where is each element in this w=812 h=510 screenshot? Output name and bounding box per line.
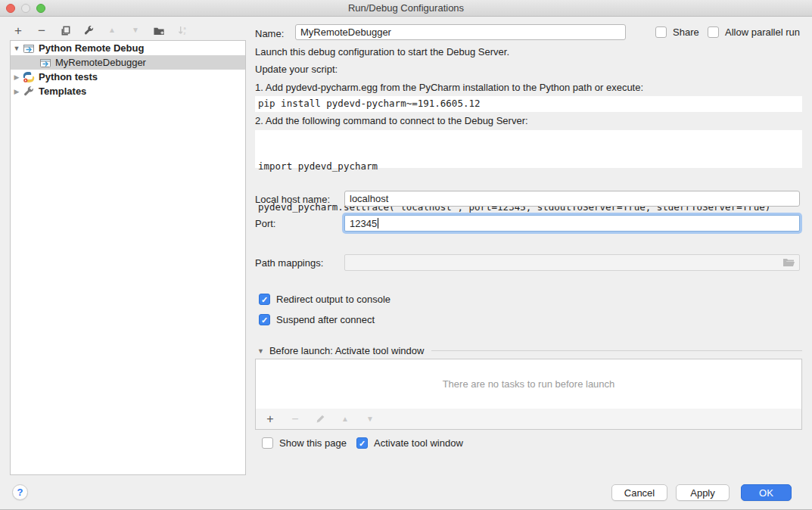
show-this-page-checkbox[interactable] <box>262 437 273 449</box>
tree-item-label: Python Remote Debug <box>39 42 144 54</box>
name-label: Name: <box>255 28 284 39</box>
redirect-output-option: Redirect output to console <box>259 294 390 305</box>
configurations-tree: ▼ Python Remote Debug MyRemoteDebugger ▶… <box>10 40 246 475</box>
collapse-arrow-icon[interactable]: ▶ <box>11 73 23 81</box>
copy-icon[interactable] <box>58 23 72 37</box>
instruction-line-2: Update your script: <box>255 64 338 75</box>
code-line-import: import pydevd_pycharm <box>258 160 799 173</box>
tree-item-label: Python tests <box>39 71 98 82</box>
path-mappings-label: Path mappings: <box>255 257 323 269</box>
move-task-up-icon[interactable]: ▲ <box>338 412 352 426</box>
show-this-page-label: Show this page <box>279 437 347 449</box>
move-up-icon[interactable]: ▲ <box>105 23 119 37</box>
expand-arrow-icon[interactable]: ▼ <box>11 45 23 52</box>
tree-item-python-remote-debug[interactable]: ▼ Python Remote Debug <box>11 41 245 55</box>
tree-item-label: Templates <box>39 86 86 97</box>
remove-icon[interactable]: − <box>35 23 48 37</box>
instruction-line-1: Launch this debug configuration to start… <box>255 46 509 58</box>
help-button[interactable]: ? <box>12 484 28 500</box>
redirect-output-checkbox[interactable] <box>259 294 270 305</box>
settrace-code-block: import pydevd_pycharm pydevd_pycharm.set… <box>255 130 802 168</box>
instruction-step-2: 2. Add the following command to connect … <box>255 115 528 126</box>
run-debug-configurations-dialog: Run/Debug Configurations + − ▲ ▼ az ▼ Py… <box>0 0 812 510</box>
sort-alphabetically-icon[interactable]: az <box>176 23 189 37</box>
browse-folder-icon[interactable] <box>782 257 795 270</box>
port-input[interactable]: 12345 <box>344 215 800 232</box>
section-expand-arrow-icon[interactable]: ▼ <box>257 347 264 355</box>
suspend-after-connect-label: Suspend after connect <box>276 314 375 325</box>
add-icon[interactable]: + <box>11 23 25 37</box>
local-host-name-input[interactable] <box>344 191 800 207</box>
show-this-page-option: Show this page <box>262 437 347 449</box>
share-label: Share <box>673 26 699 38</box>
text-caret <box>378 218 378 229</box>
tree-item-myremotedebugger[interactable]: MyRemoteDebugger <box>11 55 245 70</box>
activate-tool-window-option: Activate tool window <box>356 437 463 449</box>
move-task-down-icon[interactable]: ▼ <box>363 412 377 426</box>
activate-tool-window-checkbox[interactable] <box>356 437 368 449</box>
allow-parallel-run-checkbox[interactable] <box>708 26 719 38</box>
configurations-toolbar: + − ▲ ▼ az <box>11 22 189 39</box>
svg-text:z: z <box>183 31 185 36</box>
port-label: Port: <box>255 218 275 229</box>
collapse-arrow-icon[interactable]: ▶ <box>11 88 23 95</box>
before-launch-task-list[interactable]: There are no tasks to run before launch <box>255 359 802 409</box>
suspend-after-connect-option: Suspend after connect <box>259 314 375 325</box>
path-mappings-input[interactable] <box>344 254 800 271</box>
new-folder-icon[interactable] <box>152 23 166 37</box>
add-task-icon[interactable]: + <box>263 412 277 426</box>
move-down-icon[interactable]: ▼ <box>129 23 142 37</box>
name-input[interactable] <box>295 24 626 40</box>
python-tests-icon <box>23 71 36 83</box>
tree-item-label: MyRemoteDebugger <box>55 57 146 68</box>
redirect-output-label: Redirect output to console <box>276 294 390 305</box>
port-value: 12345 <box>350 218 377 229</box>
ok-button[interactable]: OK <box>741 484 792 501</box>
share-checkbox[interactable] <box>655 26 667 38</box>
wrench-icon <box>23 86 36 98</box>
tree-item-templates[interactable]: ▶ Templates <box>11 84 245 98</box>
window-title: Run/Debug Configurations <box>0 2 812 14</box>
apply-button[interactable]: Apply <box>676 484 730 501</box>
activate-tool-window-label: Activate tool window <box>374 437 463 449</box>
instruction-step-1: 1. Add pydevd-pycharm.egg from the PyCha… <box>255 82 643 93</box>
cancel-button[interactable]: Cancel <box>611 484 667 501</box>
title-bar: Run/Debug Configurations <box>0 0 812 17</box>
svg-text:a: a <box>183 26 186 30</box>
before-launch-toolbar: + − ▲ ▼ <box>255 409 802 430</box>
local-host-name-label: Local host name: <box>255 194 330 205</box>
remote-debug-icon <box>39 57 52 69</box>
before-launch-header[interactable]: ▼ Before launch: Activate tool window <box>257 345 802 356</box>
remote-debug-icon <box>23 42 36 54</box>
allow-parallel-option: Allow parallel run <box>708 26 800 38</box>
section-rule <box>431 350 802 351</box>
pip-install-command: pip install pydevd-pycharm~=191.6605.12 <box>255 96 802 112</box>
before-launch-title: Before launch: Activate tool window <box>269 345 425 356</box>
remove-task-icon[interactable]: − <box>288 412 302 426</box>
allow-parallel-run-label: Allow parallel run <box>725 26 800 38</box>
edit-task-pencil-icon[interactable] <box>313 412 327 426</box>
edit-defaults-wrench-icon[interactable] <box>82 23 95 37</box>
empty-tasks-message: There are no tasks to run before launch <box>443 378 615 390</box>
share-option: Share <box>655 26 699 38</box>
tree-item-python-tests[interactable]: ▶ Python tests <box>11 70 245 84</box>
suspend-after-connect-checkbox[interactable] <box>259 314 270 325</box>
